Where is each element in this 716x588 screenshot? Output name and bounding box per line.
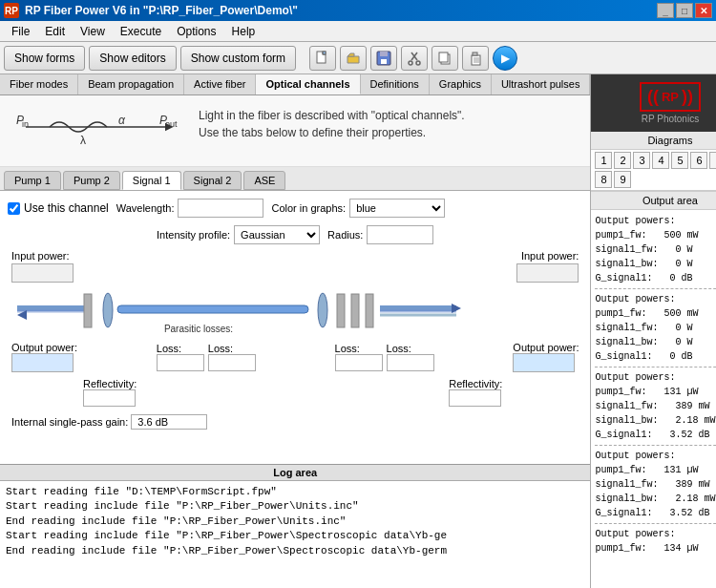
menu-edit[interactable]: Edit — [37, 23, 73, 40]
menu-help[interactable]: Help — [224, 23, 263, 40]
output-power-right-group: Output power: 376 mW — [513, 342, 579, 372]
output-line: signal1_fw: 0 W — [595, 321, 716, 335]
tab-definitions[interactable]: Definitions — [361, 74, 430, 94]
use-this-channel-text: Use this channel — [24, 201, 109, 215]
svg-rect-30 — [351, 294, 359, 327]
output-line: Output powers: — [595, 292, 716, 306]
tab-beam-propagation[interactable]: Beam propagation — [78, 74, 184, 94]
diagram-num-3[interactable]: 3 — [633, 152, 650, 169]
diagram-num-7[interactable]: 7 — [709, 152, 716, 169]
oc-desc-line1: Light in the fiber is described with "op… — [199, 107, 465, 124]
svg-rect-4 — [381, 59, 387, 64]
menu-execute[interactable]: Execute — [113, 23, 169, 40]
menu-view[interactable]: View — [73, 23, 113, 40]
show-editors-button[interactable]: Show editors — [89, 46, 176, 71]
svg-rect-29 — [337, 294, 345, 327]
tab-graphics[interactable]: Graphics — [430, 74, 492, 94]
input-power-right[interactable] — [516, 263, 579, 283]
loss4-input[interactable] — [387, 354, 434, 371]
window-controls: _ □ ✕ — [657, 3, 712, 18]
diagram-num-9[interactable]: 9 — [614, 171, 631, 188]
output-line: Output powers: — [595, 214, 716, 228]
tab-fiber-modes[interactable]: Fiber modes — [0, 74, 78, 94]
channel-tab-ase[interactable]: ASE — [243, 171, 285, 190]
diagram-num-6[interactable]: 6 — [690, 152, 707, 169]
loss2-input[interactable] — [208, 354, 256, 371]
output-line: Output powers: — [595, 449, 716, 463]
color-label: Color in graphs: — [271, 202, 346, 214]
channel-tab-signal2[interactable]: Signal 2 — [183, 171, 242, 190]
loss3-label: Loss: — [335, 343, 383, 354]
menu-bar: File Edit View Execute Options Help — [0, 21, 716, 42]
wavelength-input[interactable]: 1060 nm — [178, 199, 263, 218]
log-content[interactable]: Start reading file "D:\TEMP\FormScript.f… — [0, 481, 590, 588]
input-power-left[interactable] — [11, 263, 74, 283]
svg-text:λ: λ — [80, 134, 86, 147]
output-line: signal1_fw: 389 mW — [595, 399, 716, 413]
title-bar: RP RP Fiber Power V6 in "P:\RP_Fiber_Pow… — [0, 0, 716, 21]
intensity-label: Intensity profile: — [157, 229, 230, 241]
wavelength-label: Wavelength: — [116, 202, 175, 214]
channel-tab-signal1[interactable]: Signal 1 — [122, 171, 181, 190]
channel-tab-pump1[interactable]: Pump 1 — [4, 171, 61, 190]
use-this-channel-checkbox[interactable] — [8, 202, 20, 215]
app-icon: RP — [4, 3, 19, 18]
output-power-left-input[interactable]: 2.11 mW — [11, 353, 74, 372]
radius-group: Radius: 4.8 um — [327, 225, 433, 244]
reflectivity-left-group: Reflectivity: 0.99 — [83, 378, 137, 407]
close-button[interactable]: ✕ — [695, 3, 712, 18]
output-power-right-input[interactable]: 376 mW — [513, 353, 575, 372]
reflectivity-input1[interactable]: 0.99 — [83, 389, 136, 407]
power-labels-top: Input power: Input power: — [11, 250, 579, 262]
loss3-input[interactable]: 0.02 — [335, 354, 383, 371]
output-line: pump1_fw: 131 µW — [595, 463, 716, 477]
tab-active-fiber[interactable]: Active fiber — [184, 74, 256, 94]
loss2-group: Loss: — [208, 343, 256, 371]
new-button[interactable] — [309, 46, 336, 71]
show-custom-form-button[interactable]: Show custom form — [180, 46, 296, 71]
intensity-dropdown[interactable]: Gaussian — [234, 225, 320, 244]
svg-text:Parasitic losses:: Parasitic losses: — [164, 324, 233, 334]
tab-ultrashort-pulses[interactable]: Ultrashort pulses — [492, 74, 591, 94]
reflectivity-input2[interactable]: 0.2 — [449, 389, 501, 407]
paste-button[interactable] — [462, 46, 489, 71]
reflectivity-row: Reflectivity: 0.99 Reflectivity: 0.2 — [8, 376, 582, 409]
svg-rect-25 — [84, 294, 92, 327]
diagram-num-5[interactable]: 5 — [671, 152, 688, 169]
show-forms-button[interactable]: Show forms — [4, 46, 85, 71]
menu-options[interactable]: Options — [169, 23, 223, 40]
channel-row1: Use this channel Wavelength: 1060 nm Col… — [8, 199, 582, 218]
loss4-group: Loss: — [387, 343, 434, 371]
use-this-channel-label[interactable]: Use this channel — [8, 201, 109, 215]
maximize-button[interactable]: □ — [676, 3, 693, 18]
output-line: pump1_fw: 131 µW — [595, 385, 716, 399]
radius-input[interactable]: 4.8 um — [367, 225, 433, 244]
open-button[interactable] — [340, 46, 367, 71]
color-dropdown[interactable]: blue — [349, 199, 445, 218]
cut-button[interactable] — [401, 46, 428, 71]
diagram-num-8[interactable]: 8 — [595, 171, 612, 188]
channel-tabs: Pump 1 Pump 2 Signal 1 Signal 2 ASE — [0, 167, 590, 191]
gain-row: Internal single-pass gain: 3.6 dB — [8, 414, 582, 430]
run-button[interactable]: ▶ — [493, 46, 517, 71]
diagram-num-1[interactable]: 1 — [595, 152, 612, 169]
minimize-button[interactable]: _ — [657, 3, 674, 18]
output-line: pump1_fw: 500 mW — [595, 306, 716, 321]
loss-group-right: Loss: 0.02 Loss: — [335, 343, 434, 371]
output-area-title: Output area — [591, 191, 716, 210]
output-line: G_signal1: 3.52 dB — [595, 428, 716, 442]
svg-text:α: α — [118, 114, 126, 127]
output-line: Output powers: — [595, 527, 716, 541]
copy-button[interactable] — [432, 46, 458, 71]
channel-tab-pump2[interactable]: Pump 2 — [63, 171, 120, 190]
diagram-num-2[interactable]: 2 — [614, 152, 631, 169]
save-button[interactable] — [370, 46, 397, 71]
loss1-input[interactable] — [157, 354, 204, 371]
diagrams-title: Diagrams — [591, 132, 716, 150]
fiber-diagram: Parasitic losses: — [8, 284, 582, 340]
toolbar: Show forms Show editors Show custom form… — [0, 42, 716, 74]
menu-file[interactable]: File — [4, 23, 37, 40]
output-content[interactable]: Output powers:pump1_fw: 500 mWsignal1_fw… — [591, 210, 716, 588]
tab-optical-channels[interactable]: Optical channels — [256, 74, 360, 94]
diagram-num-4[interactable]: 4 — [652, 152, 669, 169]
